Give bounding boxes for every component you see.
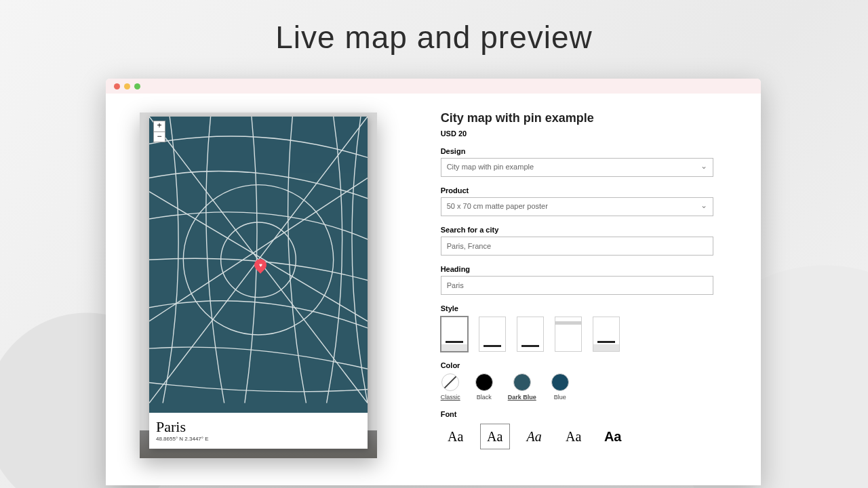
color-option-black[interactable]: Black	[475, 373, 493, 401]
window-titlebar	[106, 79, 761, 94]
style-option-5[interactable]	[593, 317, 620, 352]
label-font: Font	[441, 410, 713, 418]
window-minimize-dot[interactable]	[124, 83, 130, 89]
field-font: Font Aa Aa Aa Aa Aa	[441, 410, 713, 449]
zoom-out-button[interactable]: −	[154, 131, 165, 142]
label-city: Search for a city	[441, 226, 713, 234]
heading-input[interactable]	[441, 276, 713, 295]
font-option-4[interactable]: Aa	[559, 424, 589, 449]
poster: + − Paris 48.8655° N 2.3447° E	[149, 117, 368, 449]
product-select[interactable]: 50 x 70 cm matte paper poster	[441, 197, 713, 216]
poster-coords: 48.8655° N 2.3447° E	[156, 436, 361, 442]
poster-caption: Paris 48.8655° N 2.3447° E	[149, 413, 368, 449]
label-product: Product	[441, 186, 713, 195]
color-circle-blue	[551, 373, 569, 391]
field-heading: Heading	[441, 265, 713, 295]
font-option-3[interactable]: Aa	[519, 424, 549, 449]
zoom-in-button[interactable]: +	[154, 121, 165, 131]
color-swatches: Classic Black Dark Blue Blue	[441, 373, 713, 401]
color-circle-dark-blue	[513, 373, 531, 391]
color-label-black: Black	[477, 394, 492, 401]
browser-window: + − Paris 48.8655° N 2.3447° E City map …	[106, 79, 761, 485]
poster-backdrop: + − Paris 48.8655° N 2.3447° E	[140, 113, 377, 458]
product-price: USD 20	[441, 129, 713, 138]
field-product: Product 50 x 70 cm matte paper poster	[441, 186, 713, 216]
font-option-1[interactable]: Aa	[441, 424, 471, 449]
map-canvas[interactable]: + −	[149, 117, 368, 413]
font-option-2[interactable]: Aa	[480, 424, 510, 449]
label-color: Color	[441, 361, 713, 369]
color-label-dark-blue: Dark Blue	[508, 394, 536, 401]
preview-pane: + − Paris 48.8655° N 2.3447° E	[106, 94, 420, 485]
color-circle-classic	[441, 373, 459, 391]
label-style: Style	[441, 304, 713, 312]
field-color: Color Classic Black Dark Blue	[441, 361, 713, 401]
window-zoom-dot[interactable]	[134, 83, 140, 89]
color-option-blue[interactable]: Blue	[551, 373, 569, 401]
font-option-5[interactable]: Aa	[598, 424, 628, 449]
label-heading: Heading	[441, 265, 713, 273]
color-circle-black	[475, 373, 493, 391]
product-title: City map with pin example	[441, 111, 713, 125]
app-content: + − Paris 48.8655° N 2.3447° E City map …	[106, 94, 761, 485]
color-label-blue: Blue	[554, 394, 566, 401]
label-design: Design	[441, 147, 713, 155]
color-label-classic: Classic	[441, 394, 460, 401]
font-options: Aa Aa Aa Aa Aa	[441, 424, 713, 449]
style-option-3[interactable]	[517, 317, 544, 352]
page-title: Live map and preview	[0, 19, 868, 56]
style-option-4[interactable]	[555, 317, 582, 352]
map-zoom-control: + −	[153, 121, 165, 142]
field-city: Search for a city	[441, 226, 713, 256]
style-option-1[interactable]	[441, 317, 468, 352]
style-option-2[interactable]	[479, 317, 506, 352]
style-swatches	[441, 317, 713, 352]
window-close-dot[interactable]	[114, 83, 120, 89]
color-option-classic[interactable]: Classic	[441, 373, 460, 401]
poster-city: Paris	[156, 418, 361, 436]
color-option-dark-blue[interactable]: Dark Blue	[508, 373, 536, 401]
city-input[interactable]	[441, 237, 713, 256]
field-design: Design City map with pin example	[441, 147, 713, 177]
design-select[interactable]: City map with pin example	[441, 158, 713, 177]
controls-pane: City map with pin example USD 20 Design …	[420, 94, 761, 485]
field-style: Style	[441, 304, 713, 352]
